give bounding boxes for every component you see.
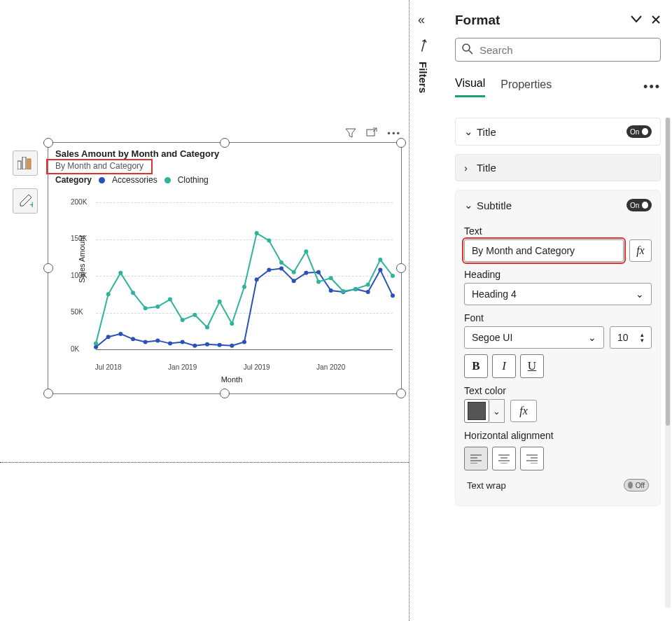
line-series [96, 202, 393, 349]
resize-handle[interactable] [43, 138, 53, 148]
collapse-pane-icon[interactable] [630, 13, 643, 28]
format-pane: Format Visual Properties ••• ⌄Title On ›… [444, 0, 672, 621]
italic-button[interactable]: I [492, 354, 516, 378]
svg-point-10 [155, 338, 160, 342]
x-tick: Jul 2019 [244, 363, 270, 371]
format-search[interactable] [455, 38, 661, 62]
svg-point-45 [279, 260, 284, 265]
fx-button[interactable]: fx [629, 239, 652, 262]
chevron-down-icon: ⌄ [588, 332, 596, 343]
close-pane-icon[interactable] [651, 13, 661, 28]
y-tick: 0K [71, 345, 79, 353]
filter-icon[interactable] [345, 127, 356, 139]
align-center-button[interactable] [492, 447, 516, 470]
legend-swatch-clothing [164, 177, 171, 183]
text-color-picker[interactable] [464, 399, 489, 423]
svg-point-8 [131, 337, 135, 341]
color-dropdown[interactable]: ⌄ [489, 399, 505, 423]
svg-point-27 [366, 290, 370, 294]
report-canvas[interactable]: + ••• Sales Amount by Month and Category… [0, 0, 409, 621]
resize-handle[interactable] [220, 138, 230, 148]
svg-point-33 [131, 291, 135, 295]
resize-handle[interactable] [220, 389, 230, 398]
section-subtitle-label: Subtitle [477, 200, 512, 211]
chevron-down-icon: ⌄ [636, 288, 644, 300]
y-tick: 100K [71, 272, 87, 279]
svg-point-43 [255, 231, 259, 235]
filters-pane-collapsed: « Filters [409, 0, 444, 621]
spinner-icon[interactable]: ▴▾ [640, 332, 644, 343]
x-axis [96, 349, 393, 350]
text-wrap-row: Text wrap Off [464, 470, 652, 494]
svg-point-54 [391, 274, 395, 278]
more-options-icon[interactable]: ••• [387, 128, 401, 139]
text-wrap-label: Text wrap [467, 480, 506, 491]
text-field-label: Text [464, 225, 652, 237]
tabs-more-icon[interactable]: ••• [643, 80, 661, 95]
expand-filters-icon[interactable]: « [418, 13, 425, 27]
svg-point-44 [267, 239, 271, 243]
heading-field-label: Heading [464, 269, 652, 280]
svg-point-30 [94, 342, 98, 346]
text-wrap-toggle[interactable]: Off [624, 479, 649, 491]
legend-label-clothing: Clothing [178, 175, 209, 185]
pane-scrollbar[interactable] [665, 118, 671, 608]
font-size-input[interactable]: 10 ▴▾ [610, 326, 652, 349]
x-tick: Jan 2019 [168, 363, 197, 371]
svg-point-38 [192, 313, 197, 317]
canvas-page-boundary [0, 462, 409, 463]
svg-point-15 [218, 343, 222, 347]
resize-handle[interactable] [43, 263, 53, 273]
heading-select[interactable]: Heading 4 ⌄ [464, 283, 652, 305]
build-visual-button[interactable] [13, 151, 38, 176]
focus-mode-icon[interactable] [366, 127, 377, 139]
underline-button[interactable]: U [520, 354, 544, 378]
resize-handle[interactable] [43, 389, 53, 398]
svg-point-5 [94, 345, 98, 349]
filters-icon[interactable] [414, 37, 433, 57]
align-right-button[interactable] [520, 447, 544, 470]
filters-pane-label[interactable]: Filters [417, 62, 429, 93]
svg-point-9 [144, 340, 148, 344]
section-title[interactable]: ⌄Title On [455, 118, 661, 146]
svg-point-17 [242, 340, 246, 344]
align-left-button[interactable] [464, 447, 488, 470]
svg-point-20 [279, 267, 284, 271]
tab-properties[interactable]: Properties [500, 78, 552, 97]
title-toggle[interactable]: On [626, 125, 652, 138]
tab-visual[interactable]: Visual [455, 77, 485, 97]
svg-point-7 [118, 332, 122, 336]
svg-point-42 [242, 285, 246, 289]
resize-handle[interactable] [396, 263, 406, 273]
subtitle-toggle[interactable]: On [626, 199, 652, 211]
format-pane-title: Format [455, 13, 500, 28]
svg-point-19 [267, 268, 271, 272]
format-search-input[interactable] [479, 44, 654, 56]
svg-point-48 [316, 279, 321, 284]
svg-rect-1 [22, 157, 26, 169]
svg-point-21 [292, 279, 296, 283]
subsection-title[interactable]: ›Title [455, 154, 661, 181]
svg-point-16 [230, 344, 234, 348]
svg-point-46 [292, 270, 296, 274]
color-swatch-icon [468, 402, 486, 420]
legend-label-accessories: Accessories [112, 175, 158, 185]
legend-swatch-accessories [99, 177, 105, 183]
format-visual-button[interactable]: + [13, 188, 38, 214]
chevron-right-icon: › [464, 162, 472, 174]
legend-title: Category [55, 175, 92, 185]
svg-point-11 [168, 342, 172, 346]
chart-visual[interactable]: ••• Sales Amount by Month and Category B… [48, 142, 402, 394]
subtitle-text-input[interactable]: By Month and Category [464, 239, 624, 262]
font-family-select[interactable]: Segoe UI ⌄ [464, 326, 604, 349]
resize-handle[interactable] [396, 138, 406, 148]
svg-rect-4 [367, 130, 374, 136]
svg-point-23 [316, 270, 321, 274]
fx-button[interactable]: fx [510, 400, 537, 422]
x-axis-label: Month [71, 375, 393, 384]
bold-button[interactable]: B [464, 354, 488, 378]
resize-handle[interactable] [396, 389, 406, 398]
svg-point-28 [378, 268, 382, 272]
svg-point-14 [205, 342, 209, 347]
section-subtitle[interactable]: ⌄Subtitle On [464, 199, 652, 217]
